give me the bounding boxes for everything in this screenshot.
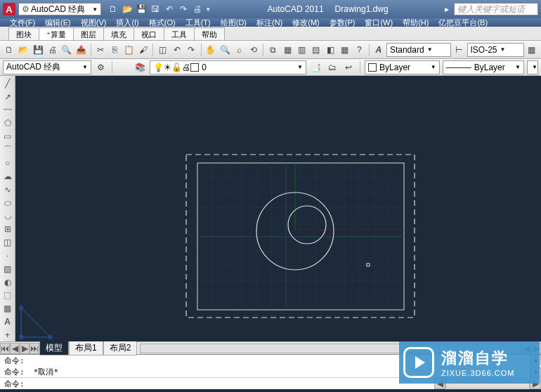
- designcenter-icon[interactable]: ▦: [281, 43, 294, 57]
- spline-icon[interactable]: ∿: [1, 183, 14, 196]
- open-icon[interactable]: 📂: [121, 3, 133, 15]
- layer-state-icon[interactable]: 📑: [309, 60, 322, 74]
- text-icon[interactable]: A: [1, 315, 14, 328]
- markup-icon[interactable]: ◧: [324, 43, 337, 57]
- command-input[interactable]: 命令:: [0, 378, 434, 389]
- xline-icon[interactable]: ↗: [1, 91, 14, 103]
- layout-tab[interactable]: 布局2: [103, 341, 138, 355]
- menu-item[interactable]: 标注(N): [252, 17, 287, 29]
- layer-select[interactable]: 💡 ☀ 🔓 🖨 0 ▼: [150, 60, 306, 74]
- ellipsearc-icon[interactable]: ◡: [1, 209, 14, 222]
- textstyle-select[interactable]: Standard▼: [386, 43, 451, 57]
- tab-next-icon[interactable]: ▶: [20, 343, 30, 354]
- dimstyle-select[interactable]: ISO-25▼: [467, 43, 524, 57]
- tab-last-icon[interactable]: ⏭: [30, 343, 39, 354]
- layer-iso-icon[interactable]: 🗂: [325, 60, 339, 74]
- hatch-icon[interactable]: ▨: [1, 263, 14, 275]
- saveas-icon[interactable]: 🖫: [149, 3, 162, 15]
- search-chevron-icon[interactable]: ▸: [445, 4, 449, 14]
- dimstyle-icon[interactable]: ⊢: [452, 43, 465, 57]
- layout-tab[interactable]: 模型: [39, 341, 69, 355]
- menu-item[interactable]: 编辑(E): [41, 17, 75, 29]
- region-icon[interactable]: ⬚: [1, 289, 14, 302]
- zoom-window-icon[interactable]: ⌕: [233, 43, 246, 57]
- ribbon-tab[interactable]: ⁺算量: [39, 27, 74, 40]
- ellipse-icon[interactable]: ⬭: [1, 197, 14, 209]
- calc-icon[interactable]: ▦: [339, 43, 351, 57]
- drawing-canvas[interactable]: [15, 76, 541, 341]
- matchprop-icon[interactable]: 🖌: [137, 43, 150, 57]
- menu-item[interactable]: 视图(V): [77, 17, 111, 29]
- arc-icon[interactable]: ⌒: [1, 143, 14, 156]
- chevron-down-icon[interactable]: ▼: [205, 6, 211, 13]
- preview-icon[interactable]: 🔍: [60, 43, 73, 57]
- paste-icon[interactable]: 📋: [123, 43, 136, 57]
- menu-item[interactable]: 插入(I): [112, 17, 143, 29]
- color-select[interactable]: ByLayer▼: [365, 60, 440, 74]
- circle-icon[interactable]: ○: [1, 157, 14, 169]
- revcloud-icon[interactable]: ☁: [1, 170, 14, 183]
- ribbon-tab[interactable]: 图层: [73, 27, 104, 40]
- new-icon[interactable]: 🗋: [3, 43, 15, 57]
- linetype-select[interactable]: ——— ByLayer▼: [443, 60, 524, 74]
- properties-icon[interactable]: ⧉: [266, 43, 279, 57]
- rectangle-icon[interactable]: ▭: [1, 130, 14, 143]
- menu-item[interactable]: 工具(T): [181, 17, 215, 29]
- workspace-selector[interactable]: ⚙ AutoCAD 经典 ▼: [18, 3, 101, 15]
- ribbon-tab[interactable]: 图块: [8, 27, 39, 40]
- addselected-icon[interactable]: +: [1, 329, 14, 341]
- menu-item[interactable]: 窗口(W): [360, 17, 397, 29]
- open-icon[interactable]: 📂: [17, 43, 30, 57]
- cut-icon[interactable]: ✂: [94, 43, 107, 57]
- ribbon-tab[interactable]: 工具: [164, 27, 195, 40]
- block-icon[interactable]: ◫: [1, 236, 14, 249]
- pline-icon[interactable]: 〰: [1, 104, 14, 117]
- dimstyle-value: ISO-25: [471, 45, 497, 55]
- ribbon-tab[interactable]: 填充: [103, 27, 134, 40]
- line-icon[interactable]: ╱: [1, 77, 14, 90]
- gradient-icon[interactable]: ◐: [1, 276, 14, 289]
- pan-icon[interactable]: ✋: [204, 43, 217, 57]
- zoom-icon[interactable]: 🔍: [219, 43, 231, 57]
- ribbon-tab[interactable]: 视口: [133, 27, 164, 40]
- undo-icon[interactable]: ↶: [163, 3, 176, 15]
- help-search-input[interactable]: 键入关键字或短语: [454, 3, 538, 15]
- tab-first-icon[interactable]: ⏮: [0, 343, 10, 354]
- menu-item[interactable]: 文件(F): [6, 17, 39, 29]
- table-icon[interactable]: ▦: [1, 302, 14, 315]
- menu-item[interactable]: 格式(O): [145, 17, 180, 29]
- block-icon[interactable]: ◫: [156, 43, 169, 57]
- new-icon[interactable]: 🗋: [107, 3, 119, 15]
- point-icon[interactable]: ·: [1, 249, 14, 262]
- polygon-icon[interactable]: ⬠: [1, 117, 14, 130]
- insert-icon[interactable]: ⊞: [1, 223, 14, 235]
- save-icon[interactable]: 💾: [32, 43, 44, 57]
- menu-item[interactable]: 帮助(H): [398, 17, 433, 29]
- print-icon[interactable]: 🖨: [46, 43, 58, 57]
- menu-item[interactable]: 亿把豆平台(B): [434, 17, 492, 29]
- menu-item[interactable]: 参数(P): [325, 17, 360, 29]
- table-icon[interactable]: ▦: [526, 43, 538, 57]
- save-icon[interactable]: 💾: [135, 3, 148, 15]
- workspace-gear-icon[interactable]: ⚙: [94, 60, 107, 74]
- menu-item[interactable]: 绘图(D): [216, 17, 251, 29]
- layer-prev-icon[interactable]: ↩: [342, 60, 356, 74]
- redo-icon[interactable]: ↷: [185, 43, 197, 57]
- undo-icon[interactable]: ↶: [171, 43, 183, 57]
- copy-icon[interactable]: ⎘: [108, 43, 121, 57]
- publish-icon[interactable]: 📤: [74, 43, 87, 57]
- toolpalette-icon[interactable]: ▥: [295, 43, 308, 57]
- textstyle-icon[interactable]: A: [372, 43, 385, 57]
- print-icon[interactable]: 🖨: [191, 3, 204, 15]
- tab-prev-icon[interactable]: ◀: [10, 343, 20, 354]
- layout-tab[interactable]: 布局1: [69, 341, 103, 355]
- workspace-select2[interactable]: AutoCAD 经典▼: [3, 60, 91, 74]
- ribbon-tab[interactable]: 帮助: [194, 27, 225, 40]
- help-icon[interactable]: ?: [353, 43, 365, 57]
- zoom-prev-icon[interactable]: ⟲: [247, 43, 260, 57]
- layer-prop-icon[interactable]: 📚: [133, 60, 147, 74]
- menu-item[interactable]: 修改(M): [288, 17, 324, 29]
- lineweight-select[interactable]: ▼: [527, 60, 538, 74]
- sheetset-icon[interactable]: ▤: [310, 43, 322, 57]
- redo-icon[interactable]: ↷: [177, 3, 190, 15]
